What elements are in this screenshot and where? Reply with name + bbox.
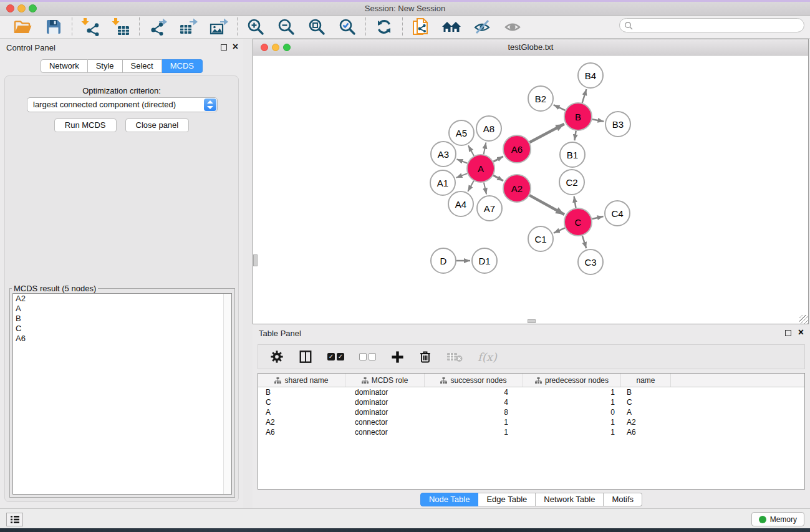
table-row[interactable]: A6connector11A6 <box>258 427 804 437</box>
import-network-icon[interactable] <box>80 17 100 37</box>
graph-node-a[interactable]: A <box>466 154 495 183</box>
tab-node-table[interactable]: Node Table <box>420 493 479 506</box>
network-window-titlebar[interactable]: testGlobe.txt <box>253 39 808 56</box>
mcds-result-list[interactable]: A2ABCA6 <box>12 293 232 495</box>
show-columns-icon[interactable] <box>299 350 312 364</box>
column-header-successor-nodes[interactable]: successor nodes <box>425 374 523 387</box>
tab-edge-table[interactable]: Edge Table <box>478 493 536 506</box>
graph-node-a2[interactable]: A2 <box>503 174 531 203</box>
mcds-result-item[interactable]: A <box>13 304 231 314</box>
task-history-button[interactable] <box>6 513 23 526</box>
desktop-background-strip <box>0 528 810 532</box>
column-header-predecessor-nodes[interactable]: predecessor nodes <box>523 374 621 387</box>
save-session-icon[interactable] <box>44 17 64 37</box>
table-row[interactable]: Cdominator41C <box>258 397 804 407</box>
graph-node-d[interactable]: D <box>430 248 456 274</box>
graph-node-c4[interactable]: C4 <box>604 200 630 226</box>
horizontal-scrollbar-thumb[interactable] <box>528 319 536 323</box>
add-column-icon[interactable] <box>391 351 404 364</box>
graph-node-c[interactable]: C <box>564 208 592 236</box>
column-header-name[interactable]: name <box>621 374 671 387</box>
graph-node-b[interactable]: B <box>564 102 592 131</box>
network-view-window: testGlobe.txt AA1A2A3A4A5A6A7A8BB1B2B3B4… <box>253 39 809 324</box>
zoom-out-icon[interactable] <box>276 17 296 37</box>
mcds-result-item[interactable]: A2 <box>13 294 231 304</box>
close-panel-button[interactable]: Close panel <box>125 118 190 132</box>
graph-node-a4[interactable]: A4 <box>448 191 474 217</box>
column-type-icon <box>362 377 369 384</box>
tab-network[interactable]: Network <box>41 59 88 73</box>
table-toolbar: ✓ ✓ f(x) <box>258 344 805 369</box>
graph-node-b2[interactable]: B2 <box>528 85 554 112</box>
session-files-icon[interactable] <box>411 17 431 37</box>
window-resize-grip[interactable] <box>799 315 808 324</box>
column-type-icon <box>274 377 281 384</box>
table-cell: 1 <box>425 427 523 437</box>
open-session-icon[interactable] <box>13 17 33 37</box>
tab-mcds[interactable]: MCDS <box>162 59 203 73</box>
table-row[interactable]: Adominator80A <box>258 407 804 417</box>
unselect-all-columns-icon[interactable] <box>359 353 376 360</box>
graph-node-a7[interactable]: A7 <box>476 195 503 221</box>
show-panel-icon[interactable] <box>503 17 523 37</box>
mcds-result-item[interactable]: A6 <box>13 334 231 344</box>
network-canvas[interactable]: AA1A2A3A4A5A6A7A8BB1B2B3B4CC1C2C3C4DD1 <box>253 56 808 324</box>
column-header-label: name <box>636 376 655 385</box>
tab-select[interactable]: Select <box>123 59 162 73</box>
float-table-panel-icon[interactable] <box>785 330 791 336</box>
table-cell: C <box>258 397 345 407</box>
zoom-fit-icon[interactable] <box>307 17 327 37</box>
memory-status-icon <box>759 516 766 523</box>
search-input[interactable] <box>633 20 804 31</box>
graph-node-b3[interactable]: B3 <box>605 111 631 137</box>
zoom-in-icon[interactable] <box>246 17 266 37</box>
function-builder-icon[interactable]: f(x) <box>478 351 497 364</box>
graph-node-a3[interactable]: A3 <box>430 141 456 167</box>
table-cell: 4 <box>425 397 523 407</box>
graph-node-c3[interactable]: C3 <box>577 249 604 275</box>
float-panel-icon[interactable] <box>221 44 227 51</box>
delete-table-icon[interactable] <box>446 351 463 363</box>
import-table-icon[interactable] <box>111 17 131 37</box>
search-field[interactable] <box>619 18 804 32</box>
home-network-icon[interactable] <box>441 17 461 37</box>
export-network-icon[interactable] <box>148 17 168 37</box>
graph-node-c1[interactable]: C1 <box>528 226 554 252</box>
column-header-shared-name[interactable]: shared name <box>258 374 345 387</box>
memory-label: Memory <box>770 515 797 524</box>
graph-node-d1[interactable]: D1 <box>471 248 498 274</box>
table-options-gear-icon[interactable] <box>270 350 284 364</box>
graph-node-c2[interactable]: C2 <box>559 169 585 195</box>
vertical-scrollbar-thumb[interactable] <box>253 254 258 266</box>
result-list-scrollbar[interactable] <box>223 294 231 494</box>
delete-columns-icon[interactable] <box>419 350 432 364</box>
close-table-panel-icon[interactable]: × <box>798 327 804 338</box>
table-row[interactable]: Bdominator41B <box>258 387 804 397</box>
tab-style[interactable]: Style <box>88 59 123 73</box>
table-row[interactable]: A2connector11A2 <box>258 417 804 427</box>
close-panel-icon[interactable]: × <box>233 41 238 52</box>
column-header-MCDS-role[interactable]: MCDS role <box>345 374 425 387</box>
export-table-icon[interactable] <box>178 17 198 37</box>
export-image-icon[interactable] <box>209 17 229 37</box>
tab-network-table[interactable]: Network Table <box>536 493 604 506</box>
hide-panel-icon[interactable] <box>472 17 492 37</box>
table-cell: 8 <box>425 407 523 417</box>
graph-node-b1[interactable]: B1 <box>559 142 586 168</box>
graph-node-b4[interactable]: B4 <box>577 62 604 89</box>
column-header-label: MCDS role <box>372 376 408 385</box>
refresh-layout-icon[interactable] <box>374 17 394 37</box>
mcds-result-item[interactable]: B <box>13 314 231 324</box>
table-tabs: Node Table Edge Table Network Table Moti… <box>253 493 810 506</box>
graph-node-a1[interactable]: A1 <box>430 170 456 196</box>
mcds-result-item[interactable]: C <box>13 324 231 334</box>
tab-motifs[interactable]: Motifs <box>604 493 642 506</box>
graph-node-a8[interactable]: A8 <box>476 115 502 142</box>
graph-node-a6[interactable]: A6 <box>503 135 531 163</box>
zoom-selected-icon[interactable] <box>337 17 357 37</box>
run-mcds-button[interactable]: Run MCDS <box>54 118 117 132</box>
criterion-select[interactable]: largest connected component (directed) <box>27 97 218 112</box>
graph-node-a5[interactable]: A5 <box>448 120 475 146</box>
memory-button[interactable]: Memory <box>751 512 804 526</box>
select-all-columns-icon[interactable]: ✓ ✓ <box>327 353 344 360</box>
